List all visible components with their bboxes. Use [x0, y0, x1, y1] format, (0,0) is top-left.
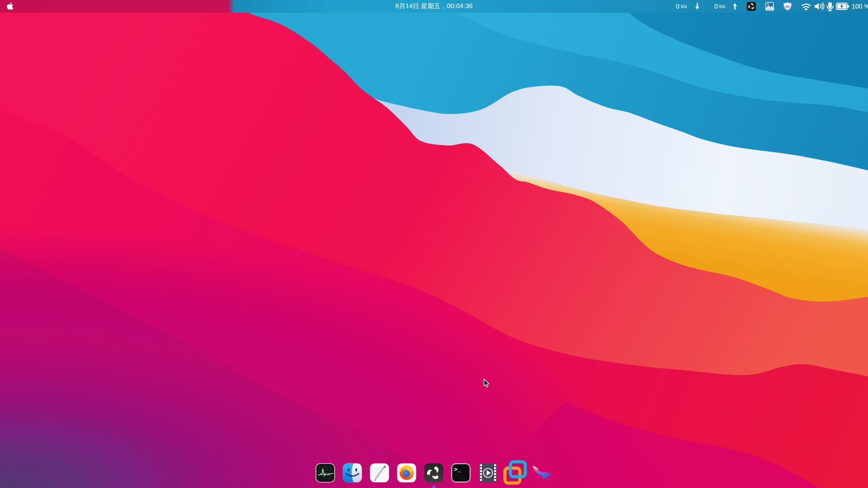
- svg-text:>_: >_: [454, 466, 461, 473]
- svg-text:du: du: [785, 5, 790, 9]
- svg-text:0: 0: [714, 3, 718, 10]
- svg-text:0: 0: [676, 3, 679, 10]
- svg-text:100 %: 100 %: [852, 3, 868, 10]
- svg-text:b/s: b/s: [681, 4, 687, 9]
- svg-text:b/s: b/s: [719, 4, 725, 9]
